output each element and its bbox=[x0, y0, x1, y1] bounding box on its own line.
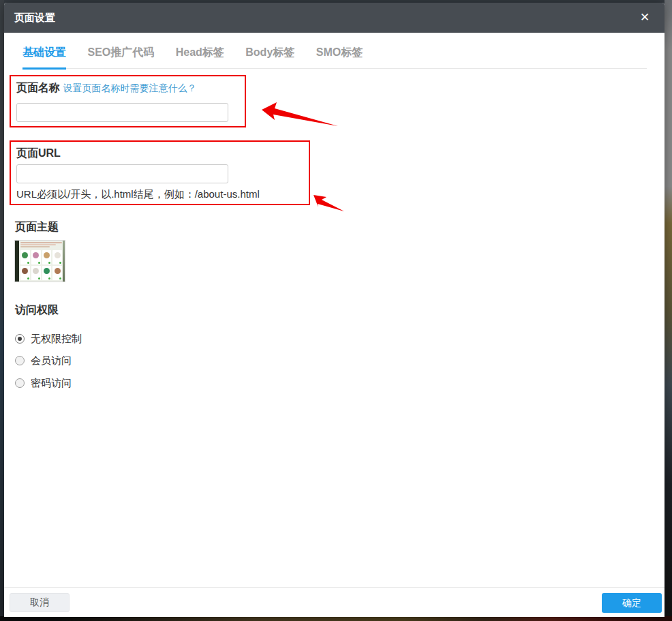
radio-unselected-icon[interactable] bbox=[15, 378, 25, 388]
close-icon[interactable]: ✕ bbox=[635, 3, 655, 33]
annotation-box-page-name: 页面名称 设置页面名称时需要注意什么？ bbox=[10, 75, 246, 127]
access-rights-label: 访问权限 bbox=[15, 303, 59, 318]
radio-option-no-restriction[interactable]: 无权限控制 bbox=[15, 331, 82, 346]
radio-label: 无权限控制 bbox=[31, 333, 82, 346]
page-name-label-row: 页面名称 设置页面名称时需要注意什么？ bbox=[16, 81, 196, 95]
page-name-help-link[interactable]: 设置页面名称时需要注意什么？ bbox=[63, 82, 196, 93]
page-theme-label: 页面主题 bbox=[15, 220, 59, 234]
thumbnail-sidebar bbox=[15, 241, 19, 282]
background-page-right-strip bbox=[665, 0, 672, 621]
modal-body: 页面名称 设置页面名称时需要注意什么？ 页面URL URL必须以/开头，以.ht… bbox=[4, 33, 665, 587]
page-settings-modal: 页面设置 ✕ 基础设置 SEO推广代码 Head标签 Body标签 SMO标签 … bbox=[4, 3, 665, 617]
confirm-button[interactable]: 确定 bbox=[602, 593, 662, 613]
page-url-input[interactable] bbox=[16, 164, 228, 183]
page-name-label: 页面名称 bbox=[16, 82, 60, 93]
thumbnail-header-lines bbox=[20, 242, 62, 249]
background-page-bottom-strip bbox=[0, 616, 672, 621]
thumbnail-right-strip bbox=[63, 241, 65, 282]
radio-label: 会员访问 bbox=[31, 354, 72, 367]
modal-footer: 取消 确定 bbox=[4, 587, 665, 617]
page-name-input[interactable] bbox=[16, 103, 228, 122]
radio-option-member-access[interactable]: 会员访问 bbox=[15, 353, 72, 368]
radio-unselected-icon[interactable] bbox=[15, 356, 25, 365]
cancel-button[interactable]: 取消 bbox=[10, 593, 70, 612]
theme-thumbnail[interactable] bbox=[15, 241, 65, 282]
annotation-box-page-url: 页面URL URL必须以/开头，以.html结尾，例如：/about-us.ht… bbox=[10, 140, 310, 205]
page-url-label: 页面URL bbox=[16, 147, 61, 161]
screenshot-stage: 页面设置 ✕ 基础设置 SEO推广代码 Head标签 Body标签 SMO标签 … bbox=[0, 0, 672, 621]
radio-selected-icon[interactable] bbox=[15, 334, 25, 344]
radio-option-password-access[interactable]: 密码访问 bbox=[15, 376, 72, 391]
page-url-hint: URL必须以/开头，以.html结尾，例如：/about-us.html bbox=[16, 188, 260, 201]
radio-label: 密码访问 bbox=[31, 377, 72, 390]
modal-title: 页面设置 bbox=[14, 3, 55, 33]
thumbnail-product-grid bbox=[20, 250, 62, 280]
modal-header: 页面设置 ✕ bbox=[4, 3, 665, 33]
